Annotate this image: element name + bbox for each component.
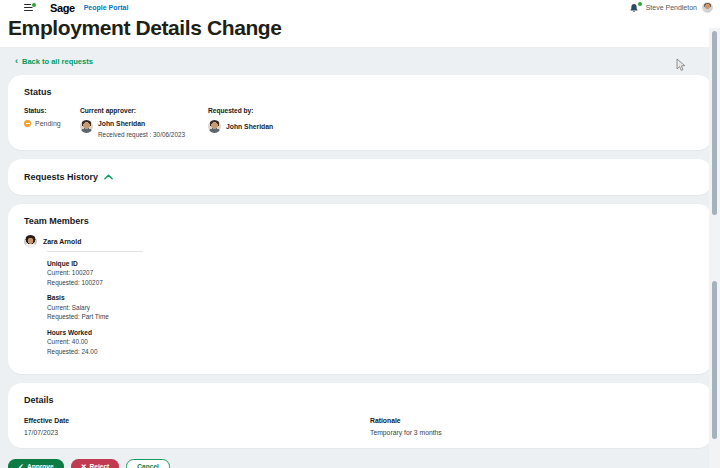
top-bar: Sage People Portal Steve Pendleton: [0, 0, 720, 14]
requester-person: John Sheridan: [208, 120, 273, 133]
chevron-up-icon: [104, 174, 113, 180]
field-unique-id: Unique ID Current: 100207 Requested: 100…: [47, 259, 696, 288]
team-members-heading: Team Members: [24, 216, 696, 226]
field-label: Unique ID: [47, 259, 696, 269]
field-current: Current: Salary: [47, 303, 696, 313]
effective-date-value: 17/07/2023: [24, 429, 370, 436]
back-link[interactable]: ‹ Back to all requests: [15, 57, 93, 66]
status-value-text: Pending: [35, 120, 61, 127]
field-label: Basis: [47, 293, 696, 303]
effective-date-label: Effective Date: [24, 417, 370, 424]
rationale-label: Rationale: [370, 417, 442, 424]
field-hours-worked: Hours Worked Current: 40.00 Requested: 2…: [47, 328, 696, 357]
requested-by-label: Requested by:: [208, 107, 273, 114]
field-current: Current: 40.00: [47, 337, 696, 347]
app-name[interactable]: People Portal: [84, 4, 129, 11]
field-requested: Requested: 24.00: [47, 347, 696, 357]
team-member-row: Zara Arnold: [24, 235, 696, 248]
back-link-label: Back to all requests: [22, 57, 93, 66]
title-bar: Employment Details Change: [0, 14, 720, 47]
approver-avatar: [80, 120, 93, 133]
scrollbar-thumb[interactable]: [712, 31, 717, 215]
content-area: ‹ Back to all requests Status Status: Pe…: [0, 47, 720, 468]
requester-name: John Sheridan: [226, 123, 273, 130]
team-members-card: Team Members Zara Arnold Unique ID Curre…: [8, 204, 712, 375]
details-card: Details Effective Date 17/07/2023 Ration…: [8, 383, 712, 448]
field-label: Hours Worked: [47, 328, 696, 338]
requester-avatar: [208, 120, 221, 133]
approve-button-label: Approve: [27, 463, 54, 468]
reject-button[interactable]: ✕ Reject: [71, 459, 120, 468]
member-name: Zara Arnold: [43, 238, 81, 245]
current-approver-label: Current approver:: [80, 107, 208, 114]
rationale-value: Temporary for 3 months: [370, 429, 442, 436]
field-requested: Requested: Part Time: [47, 312, 696, 322]
requests-history-card[interactable]: Requests History: [8, 159, 712, 195]
divider: [47, 251, 143, 252]
chevron-left-icon: ‹: [15, 58, 18, 65]
member-avatar: [24, 235, 37, 248]
menu-button[interactable]: [24, 4, 33, 12]
approve-button[interactable]: ✓ Approve: [8, 459, 64, 468]
status-heading: Status: [24, 87, 696, 97]
approver-person: John Sheridan Received request : 30/06/2…: [80, 120, 208, 138]
menu-notification-badge: [31, 2, 37, 8]
reject-button-label: Reject: [90, 463, 110, 468]
field-requested: Requested: 100207: [47, 278, 696, 288]
details-heading: Details: [24, 395, 696, 405]
requests-history-heading: Requests History: [24, 172, 98, 182]
user-avatar[interactable]: [702, 2, 713, 13]
user-name[interactable]: Steve Pendleton: [646, 4, 697, 11]
field-current: Current: 100207: [47, 268, 696, 278]
action-bar: ✓ Approve ✕ Reject Cancel: [8, 459, 712, 468]
status-value: Pending: [24, 120, 80, 127]
cancel-button[interactable]: Cancel: [126, 459, 170, 468]
field-basis: Basis Current: Salary Requested: Part Ti…: [47, 293, 696, 322]
scrollbar-thumb[interactable]: [712, 281, 717, 439]
x-icon: ✕: [81, 463, 87, 468]
page-title: Employment Details Change: [8, 16, 712, 40]
approver-received-date: Received request : 30/06/2023: [98, 131, 185, 138]
status-card: Status Status: Pending Current approver:…: [8, 75, 712, 150]
cancel-button-label: Cancel: [137, 463, 159, 468]
notifications-button[interactable]: [629, 3, 639, 13]
status-label: Status:: [24, 107, 80, 114]
approver-name: John Sheridan: [98, 120, 185, 127]
check-icon: ✓: [18, 463, 24, 468]
pending-status-icon: [24, 120, 31, 127]
bell-notification-badge: [637, 1, 643, 7]
sage-logo[interactable]: Sage: [50, 2, 75, 14]
